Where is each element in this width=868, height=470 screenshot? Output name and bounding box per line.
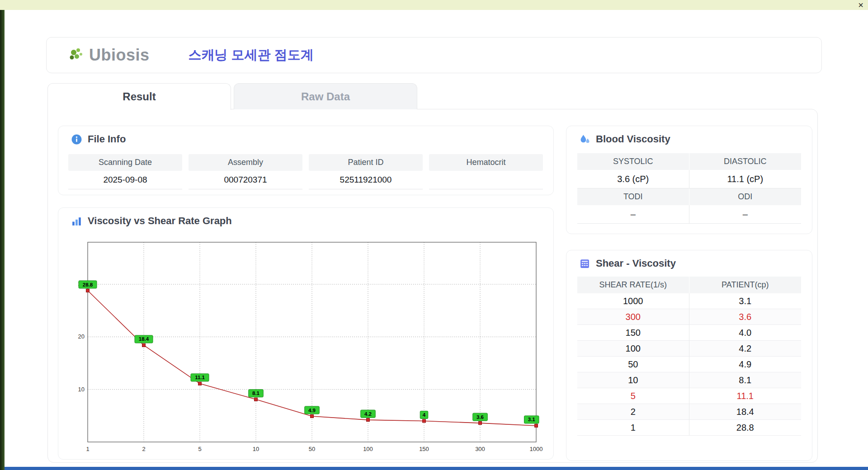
content-panel: File Info Scanning Date2025-09-08Assembl… (47, 109, 818, 463)
field-value (429, 171, 543, 189)
table-row: 128.8 (577, 420, 801, 436)
app-header: Ubiosis 스캐닝 모세관 점도계 (46, 37, 822, 73)
sv-rate-cell: 1000 (577, 293, 689, 309)
close-window-button[interactable]: × (858, 0, 863, 10)
bv-value-row: 3.6 (cP)11.1 (cP) (577, 170, 801, 188)
sv-rate-cell: 100 (577, 341, 689, 357)
sv-header-cell: SHEAR RATE(1/s) (577, 277, 689, 293)
file-info-field: Assembly000720371 (189, 154, 302, 189)
bv-value-cell: 11.1 (cP) (689, 170, 802, 188)
svg-text:5: 5 (198, 446, 201, 452)
bv-header-cell: DIASTOLIC (689, 153, 802, 170)
data-point-label: 4.9 (308, 408, 316, 413)
bv-header-row: TODIODI (577, 188, 801, 205)
sv-value-cell: 4.2 (689, 341, 802, 357)
data-point-label: 4.2 (364, 411, 372, 417)
table-row: 1504.0 (577, 325, 801, 341)
logo: Ubiosis (68, 46, 150, 65)
page-title: 스캐닝 모세관 점도계 (189, 46, 314, 64)
window-bottom-strip (5, 467, 868, 470)
svg-text:50: 50 (309, 446, 315, 452)
field-value: 2025-09-08 (68, 171, 182, 189)
data-point-marker (423, 419, 426, 423)
data-point-label: 4 (423, 412, 426, 418)
blood-viscosity-title: Blood Viscosity (596, 133, 670, 145)
svg-text:300: 300 (475, 446, 485, 452)
data-point-marker (311, 415, 314, 418)
bar-chart-icon (71, 216, 82, 227)
svg-text:1000: 1000 (530, 446, 543, 452)
graph-card: Viscosity vs Shear Rate Graph 1020301251… (58, 207, 554, 460)
file-info-title: File Info (88, 133, 126, 145)
svg-text:100: 100 (363, 446, 373, 452)
table-icon (579, 258, 590, 269)
tab-result[interactable]: Result (47, 83, 231, 110)
sv-header-cell: PATIENT(cp) (689, 277, 802, 293)
file-info-field: Scanning Date2025-09-08 (68, 154, 182, 189)
app-window: Ubiosis 스캐닝 모세관 점도계 ResultRaw Data File … (5, 10, 868, 467)
sv-header-row: SHEAR RATE(1/s)PATIENT(cp) (577, 277, 801, 293)
field-value: 000720371 (189, 171, 302, 189)
field-label: Assembly (189, 154, 302, 171)
sv-rate-cell: 300 (577, 309, 689, 325)
sv-value-cell: 4.0 (689, 325, 802, 341)
table-row: 3003.6 (577, 309, 801, 325)
bv-value-cell: – (689, 205, 802, 224)
viscosity-chart: 1020301251050100150300100028.818.411.18.… (66, 236, 550, 457)
sv-value-cell: 4.9 (689, 357, 802, 372)
file-info-title-row: File Info (58, 126, 553, 145)
graph-title: Viscosity vs Shear Rate Graph (88, 215, 232, 227)
window-top-strip (0, 0, 868, 10)
field-label: Hematocrit (429, 154, 543, 171)
sv-value-cell: 18.4 (689, 404, 802, 420)
file-info-field: Hematocrit (429, 154, 543, 189)
sv-value-cell: 11.1 (689, 388, 802, 404)
data-point-label: 8.1 (252, 390, 260, 396)
sv-value-cell: 28.8 (689, 420, 802, 436)
data-point-marker (198, 382, 202, 385)
table-row: 10003.1 (577, 293, 801, 309)
table-row: 511.1 (577, 388, 801, 404)
sv-value-cell: 3.1 (689, 293, 802, 309)
data-point-label: 18.4 (139, 336, 149, 342)
data-point-marker (479, 422, 482, 425)
data-point-marker (142, 343, 146, 347)
graph-title-row: Viscosity vs Shear Rate Graph (58, 208, 553, 227)
data-point-label: 3.6 (476, 414, 484, 420)
bv-value-row: –– (577, 205, 801, 224)
file-info-fields: Scanning Date2025-09-08Assembly000720371… (68, 154, 543, 189)
tab-raw-data[interactable]: Raw Data (234, 83, 417, 109)
table-row: 504.9 (577, 357, 801, 372)
shear-viscosity-title-row: Shear - Viscosity (566, 250, 812, 269)
field-label: Patient ID (309, 154, 423, 171)
sv-rate-cell: 50 (577, 357, 689, 372)
shear-viscosity-title: Shear - Viscosity (596, 258, 676, 269)
table-row: 1004.2 (577, 341, 801, 357)
data-point-marker (367, 418, 370, 422)
svg-text:10: 10 (253, 446, 259, 452)
bv-header-cell: TODI (577, 188, 689, 205)
bv-header-row: SYSTOLICDIASTOLIC (577, 153, 801, 170)
sv-rate-cell: 150 (577, 325, 689, 341)
sv-value-cell: 8.1 (689, 372, 802, 388)
svg-text:150: 150 (419, 446, 429, 452)
viscosity-chart-area: 1020301251050100150300100028.818.411.18.… (66, 236, 550, 457)
sv-rate-cell: 5 (577, 388, 689, 404)
bv-header-cell: SYSTOLIC (577, 153, 689, 170)
ubiosis-logo-icon (68, 46, 86, 64)
tabs: ResultRaw Data (47, 83, 420, 110)
shear-viscosity-table: SHEAR RATE(1/s)PATIENT(cp)10003.13003.61… (577, 277, 801, 436)
bv-value-cell: – (577, 205, 689, 224)
shear-viscosity-card: Shear - Viscosity SHEAR RATE(1/s)PATIENT… (566, 250, 812, 461)
sv-rate-cell: 1 (577, 420, 689, 436)
blood-viscosity-title-row: Blood Viscosity (566, 126, 812, 145)
data-point-label: 11.1 (195, 375, 205, 380)
svg-text:1: 1 (86, 446, 89, 452)
svg-text:20: 20 (78, 333, 85, 340)
info-icon (71, 134, 82, 145)
file-info-field: Patient ID52511921000 (309, 154, 423, 189)
table-row: 108.1 (577, 372, 801, 388)
sv-value-cell: 3.6 (689, 309, 802, 325)
droplet-icon (579, 134, 590, 145)
file-info-card: File Info Scanning Date2025-09-08Assembl… (58, 126, 554, 195)
